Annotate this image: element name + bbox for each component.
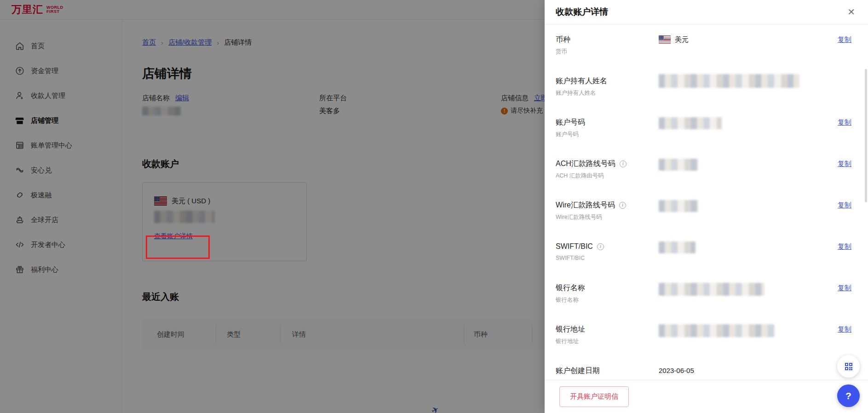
field-sublabel: 银行名称 [556, 296, 868, 304]
qr-code-button[interactable] [837, 355, 860, 378]
issue-account-certificate-button[interactable]: 开具账户证明信 [559, 386, 629, 407]
drawer-body: 币种 货币 美元 复制 账户持有人姓名 账户持有人姓名 账户号码 账户号码 复制 [545, 24, 868, 380]
copy-button[interactable]: 复制 [838, 283, 851, 293]
field-sublabel: SWIFT/BIC [556, 255, 868, 261]
drawer-title: 收款账户详情 [556, 6, 608, 18]
question-mark-icon: ? [845, 390, 851, 402]
redacted-value [659, 159, 698, 171]
field-sublabel: Wire汇款路线号码 [556, 213, 868, 221]
us-flag-icon [659, 35, 671, 44]
field-row-account-number: 账户号码 账户号码 复制 [556, 117, 868, 159]
field-label: 账户创建日期 [556, 366, 600, 376]
help-button[interactable]: ? [837, 384, 860, 407]
field-value-text: 2023-06-05 [659, 366, 694, 376]
drawer-footer: 开具账户证明信 [545, 380, 868, 413]
field-sublabel: 账户号码 [556, 131, 868, 138]
drawer-scrollbar[interactable] [865, 69, 867, 202]
field-label: 账户号码 [556, 117, 585, 127]
copy-button[interactable]: 复制 [838, 324, 851, 334]
redacted-value [659, 117, 722, 129]
copy-button[interactable]: 复制 [838, 159, 851, 169]
redacted-value [659, 283, 765, 296]
field-row-currency: 币种 货币 美元 复制 [556, 34, 868, 76]
info-icon[interactable]: i [619, 202, 626, 209]
redacted-value [659, 74, 799, 88]
close-icon[interactable]: ✕ [845, 6, 857, 18]
info-icon[interactable]: i [597, 243, 604, 250]
account-details-drawer: 收款账户详情 ✕ 币种 货币 美元 复制 账户持有人姓名 账户持有人姓名 账户号… [545, 0, 868, 413]
app-root: 万里汇 WORLD FIRST 首页 资金管理 收款人管理 店铺管理 账单管理中… [0, 0, 868, 413]
field-row-account-created-date: 账户创建日期 2023-06-05 [556, 366, 868, 380]
field-label: 币种 [556, 34, 570, 45]
drawer-header: 收款账户详情 ✕ [545, 0, 868, 24]
info-icon[interactable]: i [620, 161, 627, 167]
field-label: Wire汇款路线号码 [556, 200, 615, 210]
field-label: 账户持有人姓名 [556, 76, 607, 86]
field-sublabel: ACH 汇款路由号码 [556, 172, 868, 180]
redacted-value [659, 241, 696, 253]
field-value-text: 美元 [675, 34, 689, 45]
qr-code-icon [844, 361, 854, 372]
field-row-bank-address: 银行地址 银行地址 复制 [556, 324, 868, 366]
redacted-value [659, 324, 775, 337]
field-label: 银行名称 [556, 283, 585, 293]
field-label: 银行地址 [556, 324, 585, 334]
field-row-wire-routing: Wire汇款路线号码 i Wire汇款路线号码 复制 [556, 200, 868, 241]
field-row-bank-name: 银行名称 银行名称 复制 [556, 283, 868, 324]
field-row-swift-bic: SWIFT/BIC i SWIFT/BIC 复制 [556, 241, 868, 283]
field-sublabel: 账户持有人姓名 [556, 89, 868, 97]
field-label: ACH汇款路线号码 [556, 159, 615, 169]
copy-button[interactable]: 复制 [838, 241, 851, 252]
copy-button[interactable]: 复制 [838, 200, 851, 210]
field-row-ach-routing: ACH汇款路线号码 i ACH 汇款路由号码 复制 [556, 159, 868, 200]
redacted-value [659, 200, 698, 212]
copy-button[interactable]: 复制 [838, 34, 851, 45]
field-row-holder-name: 账户持有人姓名 账户持有人姓名 [556, 76, 868, 117]
field-sublabel: 银行地址 [556, 338, 868, 345]
copy-button[interactable]: 复制 [838, 117, 851, 127]
field-sublabel: 货币 [556, 48, 868, 56]
field-label: SWIFT/BIC [556, 241, 593, 252]
